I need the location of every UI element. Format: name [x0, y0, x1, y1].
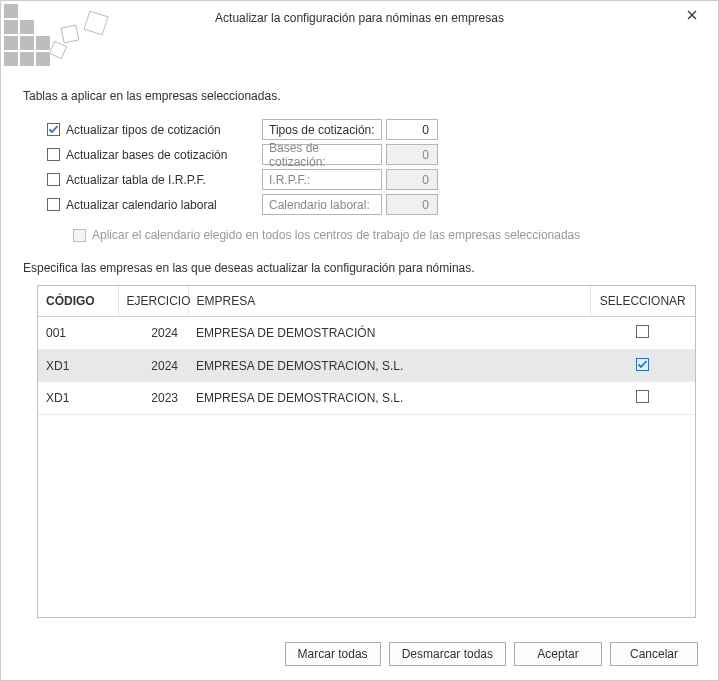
checkbox-irpf-label: Actualizar tabla de I.R.P.F.	[66, 173, 206, 187]
table-header-row: CÓDIGO EJERCICIO EMPRESA SELECCIONAR	[38, 286, 695, 317]
col-header-select[interactable]: SELECCIONAR	[590, 286, 695, 317]
check-icon	[637, 359, 648, 370]
cell-company: EMPRESA DE DEMOSTRACION, S.L.	[188, 382, 590, 415]
option-apply-all-centers: Aplicar el calendario elegido en todos l…	[73, 223, 696, 247]
cell-code: XD1	[38, 350, 118, 382]
checkbox-apply-all-centers	[73, 229, 86, 242]
tables-section-label: Tablas a aplicar en las empresas selecci…	[23, 89, 696, 103]
option-row-irpf: Actualizar tabla de I.R.P.F. I.R.P.F.: 0	[47, 167, 696, 192]
table-row[interactable]: XD12023EMPRESA DE DEMOSTRACION, S.L.	[38, 382, 695, 415]
cancel-button[interactable]: Cancelar	[610, 642, 698, 666]
table-row[interactable]: 0012024EMPRESA DE DEMOSTRACIÓN	[38, 317, 695, 350]
close-button[interactable]	[672, 1, 712, 29]
field-tipos-label: Tipos de cotización:	[262, 119, 382, 140]
mark-all-button[interactable]: Marcar todas	[285, 642, 381, 666]
cell-company: EMPRESA DE DEMOSTRACIÓN	[188, 317, 590, 350]
field-irpf-value: 0	[386, 169, 438, 190]
cell-code: XD1	[38, 382, 118, 415]
cell-year: 2023	[118, 382, 188, 415]
window-title: Actualizar la configuración para nóminas…	[215, 11, 504, 25]
cell-select	[590, 350, 695, 382]
col-header-code[interactable]: CÓDIGO	[38, 286, 118, 317]
checkbox-bases-label: Actualizar bases de cotización	[66, 148, 227, 162]
companies-section-label: Especifica las empresas en las que desea…	[23, 261, 696, 275]
unmark-all-button[interactable]: Desmarcar todas	[389, 642, 506, 666]
cell-company: EMPRESA DE DEMOSTRACION, S.L.	[188, 350, 590, 382]
field-calendario-value: 0	[386, 194, 438, 215]
cell-year: 2024	[118, 350, 188, 382]
field-irpf-label: I.R.P.F.:	[262, 169, 382, 190]
cell-select	[590, 317, 695, 350]
checkbox-tipos-label: Actualizar tipos de cotización	[66, 123, 221, 137]
checkbox-calendario[interactable]	[47, 198, 60, 211]
col-header-year[interactable]: EJERCICIO	[118, 286, 188, 317]
accept-button[interactable]: Aceptar	[514, 642, 602, 666]
row-select-checkbox[interactable]	[636, 358, 649, 371]
checkbox-bases[interactable]	[47, 148, 60, 161]
cell-select	[590, 382, 695, 415]
col-header-company[interactable]: EMPRESA	[188, 286, 590, 317]
table-row[interactable]: XD12024EMPRESA DE DEMOSTRACION, S.L.	[38, 350, 695, 382]
field-bases-label: Bases de cotización:	[262, 144, 382, 165]
field-calendario-label: Calendario laboral:	[262, 194, 382, 215]
cell-year: 2024	[118, 317, 188, 350]
footer-buttons: Marcar todas Desmarcar todas Aceptar Can…	[285, 642, 698, 666]
close-icon	[687, 10, 697, 20]
checkbox-tipos[interactable]	[47, 123, 60, 136]
check-icon	[48, 124, 59, 135]
companies-table: CÓDIGO EJERCICIO EMPRESA SELECCIONAR 001…	[37, 285, 696, 618]
checkbox-apply-all-centers-label: Aplicar el calendario elegido en todos l…	[92, 228, 580, 242]
checkbox-irpf[interactable]	[47, 173, 60, 186]
option-row-calendario: Actualizar calendario laboral Calendario…	[47, 192, 696, 217]
row-select-checkbox[interactable]	[636, 325, 649, 338]
titlebar: Actualizar la configuración para nóminas…	[1, 1, 718, 35]
checkbox-calendario-label: Actualizar calendario laboral	[66, 198, 217, 212]
field-tipos-value[interactable]: 0	[386, 119, 438, 140]
row-select-checkbox[interactable]	[636, 390, 649, 403]
field-bases-value: 0	[386, 144, 438, 165]
option-row-bases: Actualizar bases de cotización Bases de …	[47, 142, 696, 167]
option-row-tipos: Actualizar tipos de cotización Tipos de …	[47, 117, 696, 142]
options-group: Actualizar tipos de cotización Tipos de …	[47, 117, 696, 217]
cell-code: 001	[38, 317, 118, 350]
